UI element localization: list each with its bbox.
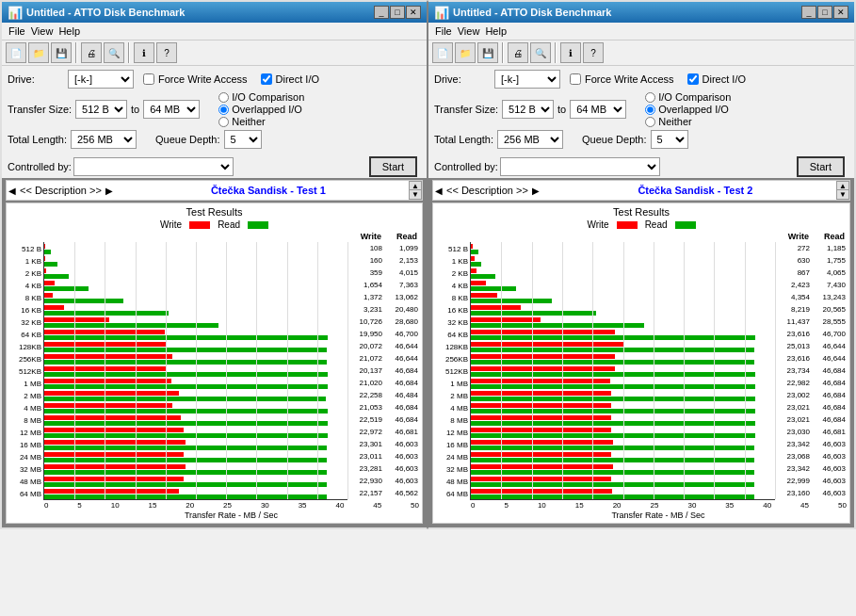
value-row: 10,72628,680 <box>347 316 419 328</box>
read-value: 46,603 <box>386 464 418 473</box>
left-scroll-down[interactable]: ▼ <box>409 189 422 200</box>
left-tb-save[interactable]: 💾 <box>51 42 72 63</box>
write-bar <box>44 268 46 273</box>
right-transfer-to[interactable]: 64 MB <box>570 100 626 119</box>
read-value: 46,644 <box>814 354 846 363</box>
write-value: 630 <box>778 256 810 265</box>
write-bar <box>471 379 610 383</box>
left-direct-io-check[interactable] <box>261 73 272 85</box>
y-label: 512 B <box>9 243 43 255</box>
right-transfer-from[interactable]: 512 B <box>502 100 554 119</box>
right-force-write-check[interactable] <box>570 73 581 85</box>
right-tb-info[interactable]: ℹ <box>560 42 581 63</box>
right-drive-select[interactable]: [-k-] <box>494 70 560 89</box>
y-label: 2 MB <box>436 390 470 402</box>
right-controlled-select[interactable] <box>500 157 660 176</box>
left-force-write-check[interactable] <box>143 73 154 85</box>
read-bar <box>471 274 495 279</box>
value-row: 1602,153 <box>347 254 419 267</box>
left-drive-label: Drive: <box>8 73 64 85</box>
left-start-btn[interactable]: Start <box>369 156 417 177</box>
right-tb-print[interactable]: 🖨 <box>508 42 528 63</box>
right-minimize-btn[interactable]: _ <box>801 6 816 19</box>
left-close-btn[interactable]: ✕ <box>406 6 421 19</box>
left-queue-select[interactable]: 5 <box>224 130 262 149</box>
left-direct-io-label: Direct I/O <box>276 73 319 85</box>
value-row: 23,34246,603 <box>775 438 847 450</box>
y-label: 4 MB <box>9 402 43 414</box>
right-scroll-down[interactable]: ▼ <box>836 189 849 200</box>
left-write-legend-color <box>189 221 210 229</box>
right-tb-save[interactable]: 💾 <box>477 42 498 63</box>
right-total-select[interactable]: 256 MB <box>497 130 563 149</box>
write-value: 23,281 <box>350 464 382 473</box>
right-tb-open[interactable]: 📁 <box>455 42 476 63</box>
right-direct-io-check[interactable] <box>687 73 699 85</box>
right-tb-new[interactable]: 📄 <box>432 42 453 63</box>
write-bar <box>471 244 473 249</box>
left-tb-print[interactable]: 🖨 <box>81 42 102 63</box>
read-value: 28,680 <box>386 317 418 326</box>
write-bar <box>44 293 53 298</box>
left-transfer-from[interactable]: 512 B <box>75 100 127 119</box>
left-neither-radio[interactable] <box>218 117 229 127</box>
left-minimize-btn[interactable]: _ <box>374 6 389 19</box>
left-maximize-btn[interactable]: □ <box>390 6 405 19</box>
right-menu-help[interactable]: Help <box>482 24 509 38</box>
write-bar <box>471 317 541 322</box>
left-menu-file[interactable]: File <box>6 24 28 38</box>
right-start-btn[interactable]: Start <box>797 156 845 177</box>
left-controlled-select[interactable] <box>73 157 234 176</box>
left-tb-open[interactable]: 📁 <box>28 42 49 63</box>
right-menu-file[interactable]: File <box>432 24 455 38</box>
write-bar <box>44 256 45 261</box>
value-row: 23,61646,700 <box>775 328 847 340</box>
right-maximize-btn[interactable]: □ <box>817 6 832 19</box>
right-neither-label: Neither <box>658 116 691 127</box>
right-overlapped-radio[interactable] <box>645 105 655 115</box>
y-label: 1 KB <box>436 255 470 267</box>
left-transfer-to[interactable]: 64 MB <box>143 100 200 119</box>
value-row: 23,61646,644 <box>775 352 847 365</box>
read-value: 13,243 <box>814 293 846 301</box>
left-io-comparison-radio[interactable] <box>218 92 229 103</box>
write-value: 272 <box>778 244 810 252</box>
right-tb-help[interactable]: ? <box>583 42 604 63</box>
left-read-legend-color <box>248 221 268 229</box>
write-bar <box>471 489 612 494</box>
read-value: 46,603 <box>814 452 846 461</box>
left-tb-help[interactable]: ? <box>156 42 177 63</box>
left-drive-select[interactable]: [-k-] <box>68 70 134 89</box>
left-tb-info[interactable]: ℹ <box>134 42 154 63</box>
write-bar <box>44 428 184 432</box>
left-tb-new[interactable]: 📄 <box>6 42 26 63</box>
read-value: 7,363 <box>386 281 418 289</box>
value-row: 1081,099 <box>347 242 419 254</box>
y-label: 128KB <box>436 341 470 353</box>
right-menu-view[interactable]: View <box>455 24 483 38</box>
y-label: 8 MB <box>9 414 43 427</box>
left-tb-zoom[interactable]: 🔍 <box>104 42 124 63</box>
left-total-select[interactable]: 256 MB <box>71 130 137 149</box>
read-bar <box>44 372 328 377</box>
y-label: 24 MB <box>9 451 43 463</box>
x-label: 20 <box>613 501 622 510</box>
value-row: 22,98246,684 <box>775 377 847 389</box>
x-label: 5 <box>504 501 508 510</box>
right-neither-radio[interactable] <box>645 117 655 127</box>
right-tb-zoom[interactable]: 🔍 <box>530 42 551 63</box>
left-menu-view[interactable]: View <box>28 24 57 38</box>
write-value: 22,972 <box>350 428 382 436</box>
left-overlapped-radio[interactable] <box>218 105 229 115</box>
right-io-comparison-radio[interactable] <box>645 92 655 103</box>
value-row: 22,51946,684 <box>347 413 419 426</box>
right-queue-select[interactable]: 5 <box>651 130 688 149</box>
read-bar <box>471 311 596 316</box>
y-label: 32 KB <box>436 316 470 329</box>
x-label: 0 <box>471 501 475 510</box>
read-value: 2,153 <box>386 256 418 265</box>
y-label: 256KB <box>9 353 43 365</box>
right-close-btn[interactable]: ✕ <box>833 6 848 19</box>
x-label: 5 <box>77 501 81 510</box>
left-menu-help[interactable]: Help <box>56 24 83 38</box>
